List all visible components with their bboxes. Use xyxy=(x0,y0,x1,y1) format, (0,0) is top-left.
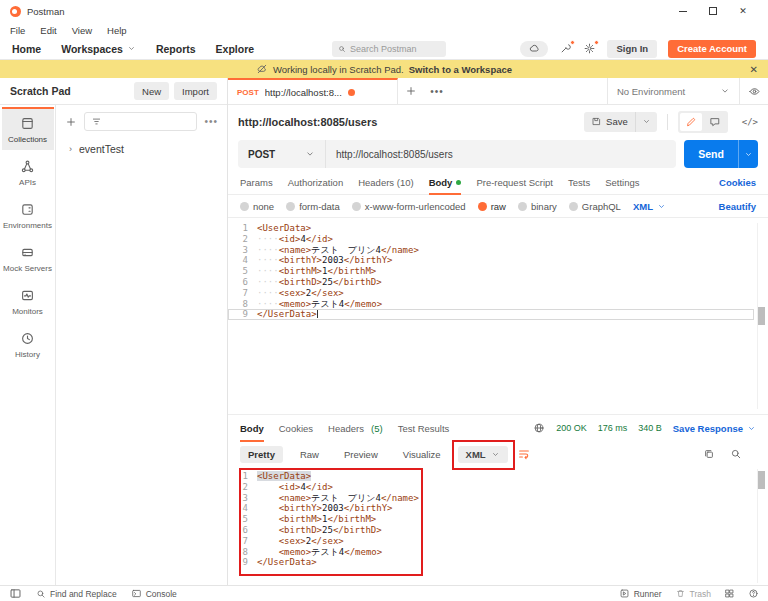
code-snippet-icon[interactable]: </> xyxy=(742,117,758,127)
menu-edit[interactable]: Edit xyxy=(40,25,56,36)
response-tab-headers[interactable]: Headers(5) xyxy=(328,415,383,441)
body-mode-none[interactable]: none xyxy=(240,201,274,212)
menu-view[interactable]: View xyxy=(72,25,92,36)
header-count: (5) xyxy=(371,423,383,434)
create-account-button[interactable]: Create Account xyxy=(668,40,756,58)
collections-pane: ••• ›eventTest xyxy=(56,105,227,585)
close-button[interactable]: ✕ xyxy=(728,2,758,20)
wrap-text-icon[interactable] xyxy=(517,447,531,461)
body-mode-x-www-form-urlencoded[interactable]: x-www-form-urlencoded xyxy=(352,201,466,212)
trash-button[interactable]: Trash xyxy=(675,588,711,599)
new-tab-icon[interactable] xyxy=(398,78,424,104)
console-button[interactable]: Console xyxy=(131,588,177,599)
environment-selector[interactable]: No Environment xyxy=(607,78,739,104)
sync-status-button[interactable] xyxy=(520,41,548,57)
code-line-8[interactable]: 8····<memo>テスト4</memo> xyxy=(228,299,754,310)
sidebar-item-mock-servers[interactable]: Mock Servers xyxy=(2,236,54,279)
code-line-7[interactable]: 7····<sex>2</sex> xyxy=(228,288,754,299)
tab-pre-request-script[interactable]: Pre-request Script xyxy=(476,170,553,194)
response-tab-test-results[interactable]: Test Results xyxy=(398,415,450,441)
panel-toggle-icon[interactable] xyxy=(9,587,22,600)
view-tab-pretty[interactable]: Pretty xyxy=(240,446,283,463)
view-tab-preview[interactable]: Preview xyxy=(336,446,386,463)
response-tab-cookies[interactable]: Cookies xyxy=(279,415,313,441)
runner-button[interactable]: Runner xyxy=(619,588,662,599)
code-line-9[interactable]: 9</UserData> xyxy=(228,309,754,320)
tab-settings[interactable]: Settings xyxy=(605,170,639,194)
body-mode-form-data[interactable]: form-data xyxy=(286,201,340,212)
response-scrollbar[interactable] xyxy=(757,469,765,583)
sidebar-item-environments[interactable]: Environments xyxy=(2,193,54,236)
request-language-select[interactable]: XML xyxy=(633,201,666,212)
sign-in-button[interactable]: Sign In xyxy=(607,40,657,58)
code-line-5[interactable]: 5····<birthM>1</birthM> xyxy=(228,266,754,277)
switch-workspace-link[interactable]: Switch to a Workspace xyxy=(409,64,512,75)
search-box[interactable] xyxy=(332,41,446,57)
cookies-link[interactable]: Cookies xyxy=(719,177,756,188)
help-icon[interactable] xyxy=(748,588,759,599)
save-button[interactable]: Save xyxy=(584,112,657,132)
sidebar-item-apis[interactable]: APIs xyxy=(2,150,54,193)
import-button[interactable]: Import xyxy=(174,82,217,100)
tab-tests[interactable]: Tests xyxy=(568,170,590,194)
code-line-3: 3 <name>テスト プリン4</name> xyxy=(228,493,754,504)
xml-tag: <sex> xyxy=(279,536,306,546)
search-response-icon[interactable] xyxy=(730,448,742,460)
nav-item-home[interactable]: Home xyxy=(12,43,41,55)
method-select[interactable]: POST xyxy=(238,140,326,168)
send-button[interactable]: Send xyxy=(684,140,758,168)
sidebar-item-collections[interactable]: Collections xyxy=(2,107,54,150)
globe-icon[interactable] xyxy=(533,422,545,434)
tools-icon[interactable] xyxy=(559,42,572,55)
edit-mode-button[interactable] xyxy=(680,113,702,131)
copy-icon[interactable] xyxy=(703,448,715,460)
search-input[interactable] xyxy=(350,44,440,54)
menu-help[interactable]: Help xyxy=(107,25,127,36)
maximize-button[interactable] xyxy=(698,2,728,20)
add-collection-icon[interactable] xyxy=(65,116,77,128)
url-input[interactable] xyxy=(326,149,676,160)
response-language-select[interactable]: XML xyxy=(458,446,508,463)
body-mode-binary[interactable]: binary xyxy=(518,201,557,212)
banner-close-icon[interactable]: ✕ xyxy=(750,60,758,78)
view-tab-raw[interactable]: Raw xyxy=(292,446,327,463)
code-line-1[interactable]: 1<UserData> xyxy=(228,223,754,234)
tab-headers-10[interactable]: Headers (10) xyxy=(358,170,413,194)
grid-icon[interactable] xyxy=(724,588,735,599)
nav-item-reports[interactable]: Reports xyxy=(156,43,196,55)
view-tab-visualize[interactable]: Visualize xyxy=(395,446,449,463)
nav-item-explore[interactable]: Explore xyxy=(216,43,255,55)
editor-scrollbar[interactable] xyxy=(757,223,765,409)
send-options-chevron-icon[interactable] xyxy=(738,140,758,168)
code-line-2[interactable]: 2····<id>4</id> xyxy=(228,234,754,245)
code-line-6[interactable]: 6····<birthD>25</birthD> xyxy=(228,277,754,288)
sidebar-item-monitors[interactable]: Monitors xyxy=(2,279,54,322)
code-line-3[interactable]: 3····<name>テスト プリン4</name> xyxy=(228,245,754,256)
code-line-4[interactable]: 4····<birthY>2003</birthY> xyxy=(228,255,754,266)
response-tab-body[interactable]: Body xyxy=(240,415,264,441)
collection-item-eventtest[interactable]: ›eventTest xyxy=(65,143,218,155)
beautify-link[interactable]: Beautify xyxy=(719,201,756,212)
xml-tag: <UserData> xyxy=(257,223,311,233)
body-mode-raw[interactable]: raw xyxy=(478,201,506,212)
tab-options-icon[interactable]: ••• xyxy=(424,78,450,104)
tab-params[interactable]: Params xyxy=(240,170,273,194)
request-body-editor[interactable]: 1<UserData>2····<id>4</id>3····<name>テスト… xyxy=(228,218,768,414)
save-options-chevron-icon[interactable] xyxy=(635,112,657,132)
comments-button[interactable] xyxy=(704,113,726,131)
gear-icon[interactable] xyxy=(583,42,596,55)
menu-file[interactable]: File xyxy=(10,25,25,36)
sidebar-item-history[interactable]: History xyxy=(2,322,54,365)
tab-body[interactable]: Body xyxy=(429,170,462,194)
filter-input[interactable] xyxy=(84,112,197,131)
new-button[interactable]: New xyxy=(134,82,169,100)
collections-more-icon[interactable]: ••• xyxy=(204,116,218,127)
tab-authorization[interactable]: Authorization xyxy=(288,170,343,194)
request-tab[interactable]: POST http://localhost:8... xyxy=(228,78,398,104)
find-replace-button[interactable]: Find and Replace xyxy=(36,589,117,599)
environment-quick-look[interactable] xyxy=(739,78,768,104)
save-response-button[interactable]: Save Response xyxy=(673,423,756,434)
nav-item-workspaces[interactable]: Workspaces xyxy=(61,43,136,55)
minimize-button[interactable] xyxy=(668,2,698,20)
body-mode-graphql[interactable]: GraphQL xyxy=(569,201,621,212)
